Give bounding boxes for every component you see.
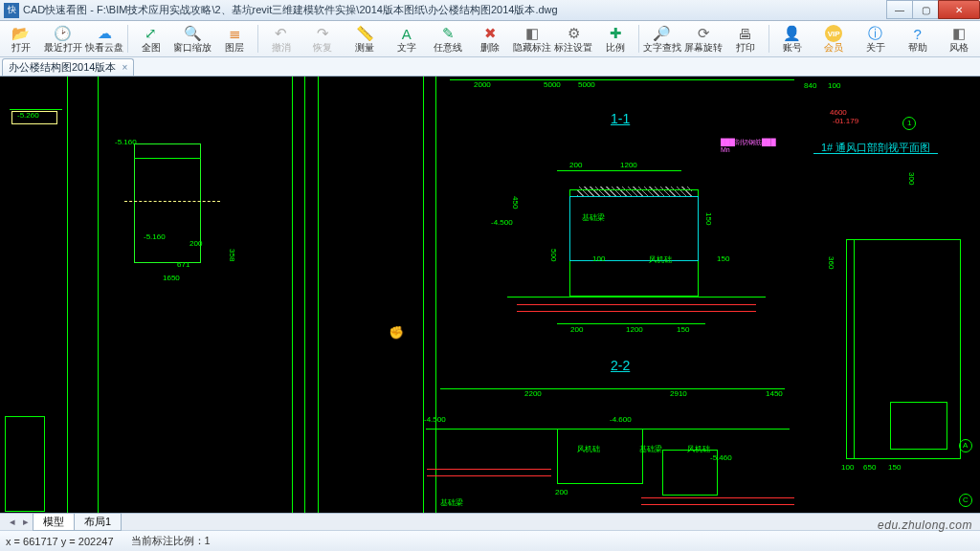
winzoom-button[interactable]: 🔍窗口缩放 bbox=[172, 21, 214, 56]
style-button[interactable]: ◧风格 bbox=[938, 21, 980, 56]
hideanno-button[interactable]: ◧隐藏标注 bbox=[511, 21, 553, 56]
full-button[interactable]: ⤢全图 bbox=[130, 21, 172, 56]
label-text: 基础梁 bbox=[582, 212, 605, 223]
dim-line bbox=[440, 388, 785, 389]
annotation-text: -01.179 bbox=[833, 117, 858, 125]
redo-label: 恢复 bbox=[313, 43, 332, 53]
recent-label: 最近打开 bbox=[44, 43, 82, 53]
tab-scroll-left-icon[interactable]: ◂ bbox=[6, 516, 19, 528]
dim-text: -5.260 bbox=[17, 111, 39, 120]
dim-text: -4.500 bbox=[424, 415, 446, 424]
undo-icon: ↶ bbox=[273, 25, 290, 42]
help-label: 帮助 bbox=[908, 43, 927, 53]
label-text: 风机础 bbox=[649, 254, 672, 265]
findtext-button[interactable]: 🔎文字查找 bbox=[641, 21, 683, 56]
recent-button[interactable]: 🕑最近打开 bbox=[42, 21, 84, 56]
annoset-icon: ⚙ bbox=[565, 25, 582, 42]
dim-text: 100 bbox=[828, 81, 840, 90]
scale-icon: ✚ bbox=[607, 25, 624, 42]
minimize-button[interactable]: — bbox=[886, 0, 913, 19]
label-text: 基础梁 bbox=[440, 497, 463, 508]
cad-line bbox=[813, 153, 938, 154]
cad-line bbox=[10, 109, 62, 110]
about-button[interactable]: ⓘ关于 bbox=[855, 21, 897, 56]
text-button[interactable]: A文字 bbox=[386, 21, 428, 56]
toolbar-separator bbox=[127, 25, 128, 53]
annoset-button[interactable]: ⚙标注设置 bbox=[553, 21, 595, 56]
vip-icon: VIP bbox=[825, 25, 842, 42]
tab-scroll-right-icon[interactable]: ▸ bbox=[19, 516, 33, 528]
maximize-button[interactable]: ▢ bbox=[912, 0, 939, 19]
findtext-label: 文字查找 bbox=[643, 43, 681, 53]
scale-button[interactable]: ✚比例 bbox=[594, 21, 636, 56]
open-button[interactable]: 📂打开 bbox=[0, 21, 42, 56]
cad-line bbox=[427, 475, 551, 476]
dim-text: 2000 bbox=[474, 80, 491, 89]
full-label: 全图 bbox=[142, 43, 161, 53]
redo-button: ↷恢复 bbox=[302, 21, 345, 56]
drawing-canvas[interactable]: -5.260 -5.160 200 1650 -5.160 671 358 20… bbox=[0, 77, 980, 513]
dim-text: 100 bbox=[592, 254, 605, 263]
help-button[interactable]: ?帮助 bbox=[897, 21, 939, 56]
open-icon: 📂 bbox=[12, 25, 30, 42]
print-button[interactable]: 🖶打印 bbox=[724, 21, 767, 56]
redo-icon: ↷ bbox=[314, 25, 331, 42]
freeline-icon: ✎ bbox=[439, 25, 457, 42]
layout1-tab[interactable]: 布局1 bbox=[74, 513, 122, 531]
measure-button[interactable]: 📏测量 bbox=[344, 21, 386, 56]
grid-line bbox=[435, 77, 436, 513]
close-tab-icon[interactable]: × bbox=[122, 62, 127, 73]
axis-label: A bbox=[963, 441, 968, 450]
dim-text: 200 bbox=[569, 161, 582, 169]
account-button[interactable]: 👤账号 bbox=[771, 21, 813, 56]
cad-line bbox=[427, 469, 551, 470]
text-label: 文字 bbox=[397, 43, 416, 53]
account-label: 账号 bbox=[783, 43, 802, 53]
axis-label: C bbox=[963, 496, 969, 504]
model-tab[interactable]: 模型 bbox=[33, 513, 75, 531]
style-label: 风格 bbox=[949, 43, 969, 53]
hideanno-icon: ◧ bbox=[523, 25, 541, 42]
cad-line bbox=[134, 158, 201, 159]
dim-text: 100 bbox=[841, 463, 854, 472]
findtext-icon: 🔎 bbox=[654, 25, 671, 42]
window-controls: — ▢ ✕ bbox=[887, 0, 980, 20]
account-icon: 👤 bbox=[784, 25, 801, 42]
section-title: 2-2 bbox=[611, 358, 630, 373]
hideanno-label: 隐藏标注 bbox=[513, 43, 551, 53]
scale-readout: 当前标注比例：1 bbox=[131, 534, 211, 548]
freeline-button[interactable]: ✎任意线 bbox=[428, 21, 470, 56]
dim-text: 1450 bbox=[766, 389, 783, 398]
dim-text: 150 bbox=[717, 254, 729, 263]
text-icon: A bbox=[398, 25, 415, 42]
dim-text: 300 bbox=[907, 172, 916, 185]
cloud-icon: ☁ bbox=[96, 25, 113, 42]
vip-button[interactable]: VIP会员 bbox=[813, 21, 855, 56]
dim-text: 200 bbox=[555, 488, 568, 496]
rotate-button[interactable]: ⟳屏幕旋转 bbox=[682, 21, 724, 56]
dim-text: -4.500 bbox=[491, 218, 513, 227]
dim-text: 150 bbox=[704, 212, 713, 225]
grid-line bbox=[423, 77, 424, 513]
layer-button[interactable]: ≣图层 bbox=[213, 21, 256, 56]
cad-rect bbox=[557, 429, 643, 484]
document-tab[interactable]: 办公楼结构图2014版本 × bbox=[2, 58, 134, 76]
axis-label: 1 bbox=[907, 119, 911, 127]
cad-line bbox=[641, 504, 794, 505]
dim-text: 1200 bbox=[626, 325, 643, 334]
delete-icon: ✖ bbox=[481, 25, 499, 42]
delete-button[interactable]: ✖删除 bbox=[469, 21, 511, 56]
vip-label: 会员 bbox=[824, 43, 843, 53]
close-button[interactable]: ✕ bbox=[938, 0, 980, 19]
recent-icon: 🕑 bbox=[55, 25, 72, 42]
cloud-button[interactable]: ☁快看云盘 bbox=[83, 21, 125, 56]
cad-rect bbox=[5, 416, 45, 512]
dim-text: 150 bbox=[888, 463, 901, 472]
dim-text: 2910 bbox=[670, 389, 687, 398]
layer-icon: ≣ bbox=[226, 25, 243, 42]
dashed-line bbox=[124, 201, 220, 202]
cad-line bbox=[5, 416, 45, 417]
scale-label: 比例 bbox=[606, 43, 625, 53]
main-toolbar: 📂打开🕑最近打开☁快看云盘⤢全图🔍窗口缩放≣图层↶撤消↷恢复📏测量A文字✎任意线… bbox=[0, 21, 980, 57]
layout-tab-strip: ◂ ▸ 模型 布局1 bbox=[0, 513, 980, 530]
